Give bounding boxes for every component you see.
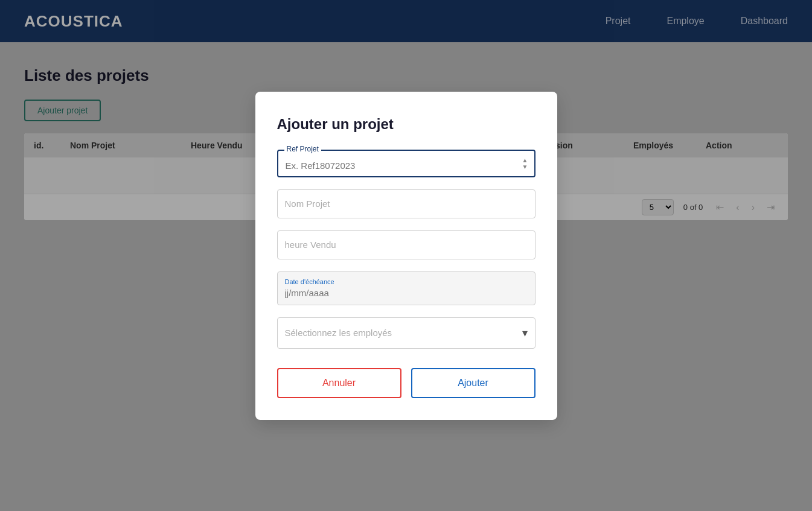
- ref-projet-label: Ref Projet: [284, 145, 321, 153]
- date-echeance-field: Date d'échéance: [277, 271, 535, 305]
- chevron-down-icon: ▾: [522, 326, 528, 340]
- ref-projet-spinners: ▲ ▼: [522, 157, 528, 170]
- ref-projet-input[interactable]: [286, 160, 527, 171]
- date-echeance-label: Date d'échéance: [285, 278, 528, 285]
- field-group-ref-projet: Ref Projet ▲ ▼: [277, 150, 535, 177]
- employes-placeholder: Sélectionnez les employés: [285, 328, 392, 338]
- spinner-down[interactable]: ▼: [522, 163, 528, 170]
- annuler-button[interactable]: Annuler: [277, 368, 401, 398]
- date-echeance-input[interactable]: [285, 288, 528, 298]
- modal-overlay[interactable]: Ajouter un projet Ref Projet ▲ ▼: [0, 0, 812, 511]
- nom-projet-field: [277, 189, 535, 218]
- field-group-employes: Sélectionnez les employés ▾: [277, 317, 535, 349]
- heure-vendu-input[interactable]: [285, 240, 528, 250]
- modal-title: Ajouter un projet: [277, 116, 535, 133]
- modal-footer: Annuler Ajouter: [277, 368, 535, 398]
- field-group-nom-projet: [277, 189, 535, 218]
- nom-projet-input[interactable]: [285, 198, 528, 209]
- modal-add-project: Ajouter un projet Ref Projet ▲ ▼: [255, 92, 557, 420]
- ajouter-button[interactable]: Ajouter: [411, 368, 535, 398]
- employes-select[interactable]: Sélectionnez les employés ▾: [277, 317, 535, 349]
- ref-projet-field-outlined: Ref Projet ▲ ▼: [277, 150, 535, 177]
- field-group-date-echeance: Date d'échéance: [277, 271, 535, 305]
- heure-vendu-field: [277, 230, 535, 259]
- field-group-heure-vendu: [277, 230, 535, 259]
- spinner-up[interactable]: ▲: [522, 157, 528, 163]
